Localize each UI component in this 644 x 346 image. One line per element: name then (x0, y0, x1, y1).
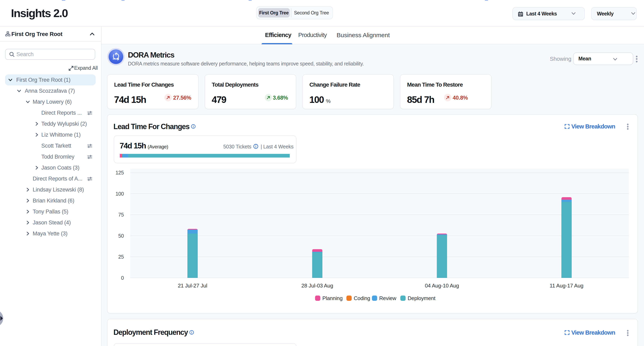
svg-text:04 Aug-10 Aug: 04 Aug-10 Aug (425, 283, 459, 289)
svg-text:21 Jul-27 Jul: 21 Jul-27 Jul (178, 283, 207, 289)
svg-text:50: 50 (118, 233, 124, 238)
svg-text:Review: Review (379, 295, 396, 301)
svg-text:100: 100 (116, 191, 124, 196)
svg-text:0: 0 (121, 275, 124, 281)
svg-text:Planning: Planning (322, 295, 343, 301)
svg-text:11 Aug-17 Aug: 11 Aug-17 Aug (550, 283, 583, 289)
svg-text:125: 125 (116, 170, 124, 176)
svg-text:Coding: Coding (354, 295, 370, 301)
svg-text:28 Jul-03 Aug: 28 Jul-03 Aug (301, 283, 333, 289)
svg-text:Deployment: Deployment (408, 295, 436, 301)
svg-text:25: 25 (118, 254, 124, 260)
svg-text:75: 75 (118, 212, 124, 218)
